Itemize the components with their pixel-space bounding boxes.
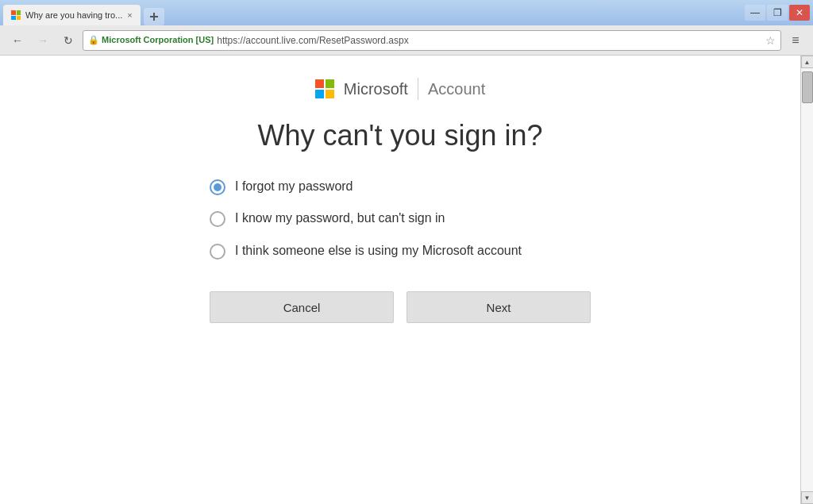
window-controls: — ❐ ✕ bbox=[745, 5, 810, 21]
minimize-button[interactable]: — bbox=[745, 5, 765, 21]
radio-know-password[interactable] bbox=[210, 211, 225, 227]
microsoft-name: Microsoft bbox=[344, 80, 408, 98]
option-forgot-password[interactable]: I forgot my password bbox=[210, 178, 591, 195]
option-know-password[interactable]: I know my password, but can't sign in bbox=[210, 210, 591, 227]
bookmark-icon[interactable]: ☆ bbox=[765, 34, 776, 47]
page-title: Why can't you sign in? bbox=[257, 119, 542, 152]
microsoft-logo bbox=[315, 79, 334, 98]
logo-yellow bbox=[326, 90, 334, 98]
radio-dot-selected bbox=[214, 183, 222, 191]
ssl-badge: 🔒 Microsoft Corporation [US] bbox=[88, 35, 214, 45]
browser-window: Why are you having tro... × — ❐ ✕ ← → ↻ … bbox=[0, 0, 813, 504]
options-list: I forgot my password I know my password,… bbox=[210, 178, 591, 260]
tab-favicon bbox=[11, 10, 21, 20]
logo-red bbox=[315, 79, 324, 88]
ms-header: Microsoft Account bbox=[315, 78, 485, 100]
url-text: https://account.live.com/ResetPassword.a… bbox=[217, 35, 762, 46]
radio-forgot-password[interactable] bbox=[210, 179, 225, 195]
option-forgot-password-label: I forgot my password bbox=[235, 178, 353, 195]
logo-blue bbox=[315, 90, 324, 98]
maximize-button[interactable]: ❐ bbox=[767, 5, 788, 21]
button-row: Cancel Next bbox=[210, 291, 591, 323]
cancel-button[interactable]: Cancel bbox=[210, 291, 394, 323]
scroll-up-arrow[interactable]: ▲ bbox=[801, 56, 814, 68]
address-bar[interactable]: 🔒 Microsoft Corporation [US] https://acc… bbox=[83, 30, 781, 51]
back-button[interactable]: ← bbox=[6, 29, 29, 52]
header-divider bbox=[418, 78, 418, 100]
forward-button[interactable]: → bbox=[32, 29, 54, 52]
title-bar: Why are you having tro... × — ❐ ✕ bbox=[0, 0, 813, 25]
tab-close-button[interactable]: × bbox=[127, 10, 132, 20]
tab-area: Why are you having tro... × bbox=[3, 0, 745, 25]
scroll-thumb[interactable] bbox=[802, 71, 813, 103]
logo-green bbox=[326, 79, 334, 88]
browser-content: Microsoft Account Why can't you sign in?… bbox=[0, 56, 813, 504]
refresh-button[interactable]: ↻ bbox=[57, 29, 79, 52]
account-label: Account bbox=[428, 80, 485, 98]
next-button[interactable]: Next bbox=[406, 291, 591, 323]
new-tab-button[interactable] bbox=[144, 8, 164, 25]
radio-someone-else[interactable] bbox=[210, 244, 225, 260]
navigation-bar: ← → ↻ 🔒 Microsoft Corporation [US] https… bbox=[0, 25, 813, 56]
close-button[interactable]: ✕ bbox=[789, 5, 810, 21]
scroll-down-arrow[interactable]: ▼ bbox=[801, 491, 814, 504]
active-tab[interactable]: Why are you having tro... × bbox=[3, 5, 141, 25]
option-know-password-label: I know my password, but can't sign in bbox=[235, 210, 445, 227]
browser-menu-button[interactable]: ≡ bbox=[784, 29, 807, 52]
scrollbar: ▲ ▼ bbox=[800, 56, 813, 504]
scroll-track[interactable] bbox=[801, 68, 813, 491]
page-area: Microsoft Account Why can't you sign in?… bbox=[0, 56, 800, 504]
option-someone-else-label: I think someone else is using my Microso… bbox=[235, 242, 522, 260]
tab-title: Why are you having tro... bbox=[25, 10, 122, 20]
option-someone-else[interactable]: I think someone else is using my Microso… bbox=[210, 242, 591, 260]
